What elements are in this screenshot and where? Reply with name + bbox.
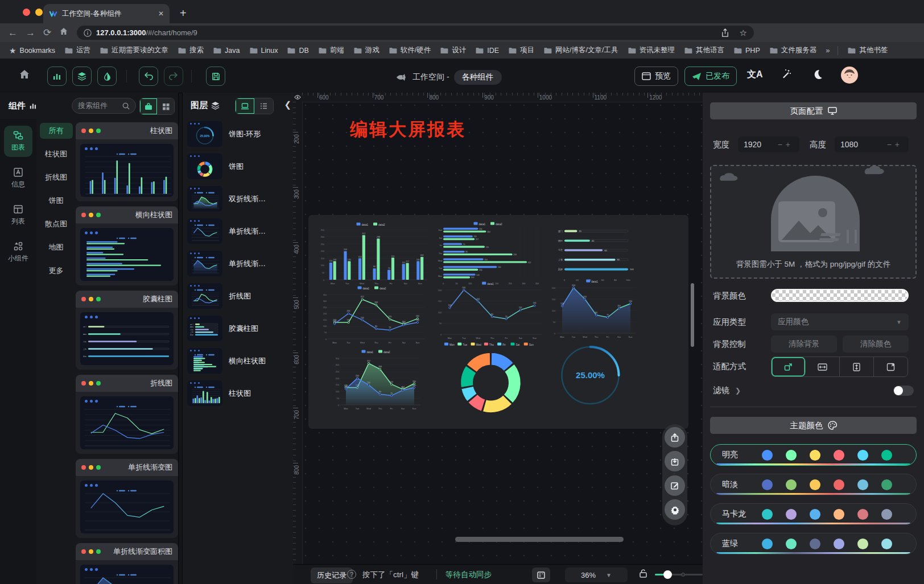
layer-item[interactable]: 单折线渐…: [183, 247, 294, 280]
canvas-vertical-scrollbar[interactable]: [691, 283, 694, 347]
donut-pie-chart[interactable]: MonTueWedThuFriSatSun: [438, 341, 543, 414]
layer-item[interactable]: 25.00%饼图-环形: [183, 118, 294, 150]
save-button[interactable]: [206, 67, 225, 86]
theme-row-马卡龙[interactable]: 马卡龙: [710, 503, 917, 525]
component-card[interactable]: 单折线渐变图: [76, 459, 178, 538]
bookmark-folder[interactable]: 软件/硬件: [389, 45, 431, 55]
bookmark-folder[interactable]: 资讯未整理: [628, 45, 675, 55]
publish-button[interactable]: 已发布: [684, 67, 737, 86]
width-plus[interactable]: +: [786, 140, 794, 149]
layer-item[interactable]: 单折线渐…: [183, 215, 294, 247]
home-icon[interactable]: [59, 27, 68, 39]
zoom-lock-icon[interactable]: [639, 569, 647, 581]
layers-panel-toggle-button[interactable]: [72, 67, 92, 86]
layer-list-view-toggle[interactable]: [254, 98, 273, 114]
charts-panel-toggle-button[interactable]: [47, 67, 67, 86]
bookmark-folder[interactable]: 近期需要读的文章: [100, 45, 168, 55]
gradient-line-chart[interactable]: 0501001502001202001508070110130MonTueWed…: [435, 281, 546, 340]
layer-item[interactable]: 柱状图: [183, 377, 294, 409]
bar-chart[interactable]: 0501001502002503003501202001508070110130…: [316, 222, 430, 285]
category-散点图[interactable]: 散点图: [40, 216, 73, 232]
settings-gear-button[interactable]: [665, 499, 685, 520]
height-minus[interactable]: −: [887, 140, 895, 149]
help-icon[interactable]: ?: [347, 570, 356, 579]
dashboard-text-title[interactable]: 编辑大屏报表: [350, 118, 466, 142]
nav-item-列表[interactable]: 列表: [4, 200, 32, 231]
category-饼图[interactable]: 饼图: [40, 193, 73, 209]
back-icon[interactable]: ←: [8, 27, 18, 39]
redo-button[interactable]: [164, 67, 183, 86]
details-panel-toggle-button[interactable]: [97, 67, 117, 86]
component-card[interactable]: 柱状图: [76, 122, 178, 201]
zoom-slider[interactable]: [655, 574, 703, 575]
height-input[interactable]: 1080 −+: [835, 136, 909, 152]
bookmarks-star-icon[interactable]: ★: [9, 46, 16, 55]
nav-item-图表[interactable]: 图表: [4, 126, 32, 157]
ruler-visibility-eye-icon[interactable]: [293, 93, 302, 102]
collapse-layers-icon[interactable]: ❮: [284, 100, 291, 110]
import-button[interactable]: [665, 451, 685, 471]
category-所有[interactable]: 所有: [40, 123, 73, 139]
canvas-horizontal-scrollbar[interactable]: [455, 537, 624, 542]
bookmark-folder[interactable]: IDE: [476, 47, 499, 55]
site-info-icon[interactable]: [84, 29, 92, 37]
export-button[interactable]: [665, 427, 685, 448]
page-config-header[interactable]: 页面配置: [710, 102, 917, 119]
other-bookmarks[interactable]: 其他书签: [848, 45, 888, 55]
filter-expand-icon[interactable]: ❯: [735, 387, 741, 395]
app-home-icon[interactable]: [19, 69, 30, 82]
fit-width-option[interactable]: [806, 357, 840, 376]
magic-wand-icon[interactable]: [781, 69, 791, 82]
browser-tab[interactable]: 工作空间-各种组件 ✕: [43, 4, 170, 23]
component-card[interactable]: 折线图: [76, 375, 178, 454]
bookmark-folder[interactable]: DB: [287, 47, 308, 55]
bookmark-folder[interactable]: 文件服务器: [770, 45, 817, 55]
bookmark-folder[interactable]: 前端: [319, 45, 344, 55]
bookmark-folder[interactable]: 其他语言: [684, 45, 724, 55]
bookmarks-overflow-icon[interactable]: »: [826, 46, 830, 55]
width-minus[interactable]: −: [778, 140, 786, 149]
tab-close-icon[interactable]: ✕: [158, 10, 164, 18]
bookmark-star-icon[interactable]: ☆: [740, 28, 747, 38]
height-plus[interactable]: +: [895, 140, 903, 149]
category-地图[interactable]: 地图: [40, 239, 73, 255]
editor-canvas[interactable]: 6007008009001000110012001300 20030040050…: [293, 93, 703, 564]
window-close-button[interactable]: [23, 9, 30, 16]
clear-color-button[interactable]: 清除颜色: [843, 336, 909, 353]
undo-button[interactable]: [139, 67, 158, 86]
width-input[interactable]: 1920 −+: [738, 136, 799, 152]
bookmark-folder[interactable]: Linux: [250, 47, 278, 55]
fit-scale-option[interactable]: [772, 357, 806, 376]
layer-thumbnail-view-toggle[interactable]: [236, 98, 254, 114]
theme-color-header[interactable]: 主题颜色: [710, 417, 917, 434]
capsule-chart[interactable]: 厦门20南阳40北京60上海80新疆100020406080100: [552, 223, 638, 282]
dashboard-artboard[interactable]: 0501001502002503003501202001508070110130…: [308, 215, 688, 429]
bookmark-folder[interactable]: 游戏: [354, 45, 380, 55]
double-gradient-area-chart[interactable]: 0501001502002503003501301303122681551171…: [332, 349, 424, 411]
bg-color-swatch[interactable]: [771, 289, 909, 302]
bookmarks-label[interactable]: Bookmarks: [20, 47, 56, 55]
single-view-toggle[interactable]: [140, 98, 157, 114]
category-更多[interactable]: 更多: [40, 263, 73, 279]
zoom-slider-knob[interactable]: [663, 570, 672, 579]
component-card[interactable]: 胶囊柱图厦门南阳北京上海新疆: [76, 291, 178, 370]
bookmark-folder[interactable]: 项目: [509, 45, 534, 55]
gradient-area-line-chart[interactable]: 0501001502001202001508070110130MonTueWed…: [548, 279, 641, 339]
nav-item-信息[interactable]: 信息: [4, 163, 32, 194]
fit-height-option[interactable]: [840, 357, 874, 376]
bookmark-folder[interactable]: 运营: [65, 45, 90, 55]
reload-icon[interactable]: ⟳: [43, 27, 51, 39]
theme-row-明亮[interactable]: 明亮: [710, 444, 917, 466]
project-name-badge[interactable]: 各种组件: [454, 70, 502, 85]
preview-button[interactable]: 预览: [634, 67, 678, 86]
grid-view-toggle[interactable]: [157, 98, 174, 114]
background-upload-dropzone[interactable]: 背景图需小于 5M ，格式为 png/jpg/gif 的文件: [710, 165, 917, 279]
component-card[interactable]: 横向柱状图: [76, 206, 178, 285]
url-bar[interactable]: 127.0.0.1:3000/#/chart/home/9 ☆: [77, 26, 754, 40]
bookmark-folder[interactable]: 搜索: [178, 45, 204, 55]
component-card[interactable]: 单折线渐变面积图: [76, 543, 178, 584]
category-柱状图[interactable]: 柱状图: [40, 146, 73, 162]
filter-toggle[interactable]: [893, 386, 914, 396]
forward-icon[interactable]: →: [26, 27, 35, 39]
horizontal-bar-chart[interactable]: 0501001502002503003501202001508070110130…: [435, 222, 546, 285]
